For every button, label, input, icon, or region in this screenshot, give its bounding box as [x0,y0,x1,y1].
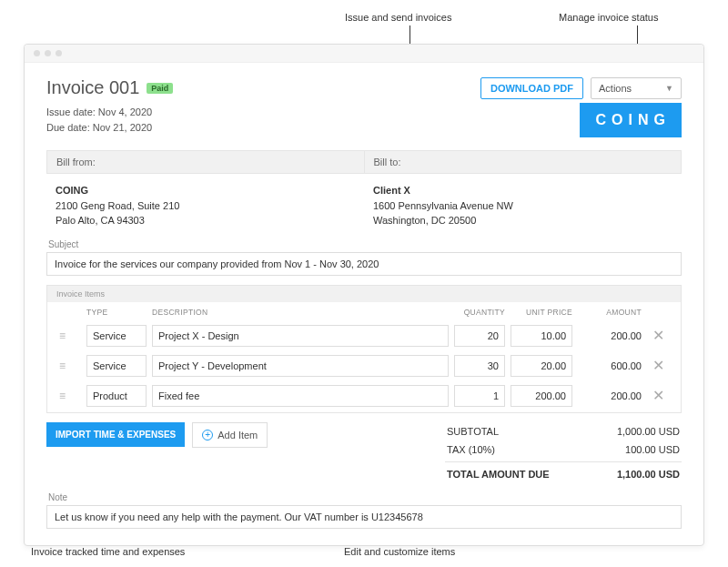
bill-to-address: Client X 1600 Pennsylvania Avenue NW Was… [364,183,682,228]
item-price-input[interactable]: 10.00 [511,325,572,347]
tax-value: 100.00 USD [625,444,680,455]
annotation-manage-status: Manage invoice status [559,12,658,23]
traffic-light [34,50,40,56]
bill-to-header: Bill to: [364,151,682,173]
totals-block: SUBTOTAL 1,000.00 USD TAX (10%) 100.00 U… [445,422,682,483]
item-description-input[interactable]: Fixed fee [152,385,449,407]
subtotal-value: 1,000.00 USD [617,426,680,437]
item-amount: 200.00 [575,330,644,341]
traffic-light [45,50,51,56]
plus-circle-icon: + [202,430,213,440]
item-type-input[interactable]: Service [86,325,147,347]
bill-from-header: Bill from: [47,151,364,173]
items-header: Invoice Items [47,286,681,302]
item-description-input[interactable]: Project Y - Development [152,355,449,377]
delete-item-icon[interactable]: ✕ [652,388,664,403]
bill-from-name: COING [56,185,88,196]
items-column-headers: TYPE DESCRIPTION QUANTITY UNIT PRICE AMO… [47,302,681,322]
total-due-label: TOTAL AMOUNT DUE [447,469,550,480]
issue-date: Issue date: Nov 4, 2020 [46,105,152,120]
actions-dropdown[interactable]: Actions ▼ [591,77,682,99]
drag-handle-icon[interactable]: ≡ [56,329,84,342]
tax-label: TAX (10%) [447,444,495,455]
item-row: ≡ Service Project Y - Development 30 20.… [47,352,681,382]
note-label: Note [46,492,682,502]
item-qty-input[interactable]: 1 [454,385,505,407]
item-row: ≡ Product Fixed fee 1 200.00 200.00 ✕ [47,382,681,412]
subject-label: Subject [46,239,682,249]
add-item-button[interactable]: + Add Item [192,422,268,448]
annotation-issue-send: Issue and send invoices [345,12,451,23]
item-type-input[interactable]: Product [86,385,147,407]
window-titlebar [25,45,703,63]
traffic-light [56,50,62,56]
subject-input[interactable]: Invoice for the services our company pro… [46,252,682,276]
subtotal-label: SUBTOTAL [447,426,499,437]
dates-block: Issue date: Nov 4, 2020 Due date: Nov 21… [46,105,152,135]
item-qty-input[interactable]: 20 [454,325,505,347]
drag-handle-icon[interactable]: ≡ [56,390,84,402]
item-amount: 600.00 [575,360,644,371]
item-price-input[interactable]: 20.00 [511,355,572,377]
annotation-edit-items: Edit and customize items [344,546,455,557]
delete-item-icon[interactable]: ✕ [652,358,664,373]
actions-label: Actions [599,83,632,94]
item-description-input[interactable]: Project X - Design [152,325,449,347]
download-pdf-button[interactable]: DOWNLOAD PDF [480,77,583,99]
total-due-value: 1,100.00 USD [617,469,680,480]
item-type-input[interactable]: Service [86,355,147,377]
item-price-input[interactable]: 200.00 [511,385,572,407]
bill-to-name: Client X [373,185,410,196]
drag-handle-icon[interactable]: ≡ [56,359,84,372]
bill-from-address: COING 2100 Geng Road, Suite 210 Palo Alt… [46,183,364,228]
invoice-items-section: Invoice Items TYPE DESCRIPTION QUANTITY … [46,285,682,413]
due-date: Due date: Nov 21, 2020 [46,120,152,136]
app-window: Invoice 001 Paid DOWNLOAD PDF Actions ▼ … [24,44,704,546]
item-qty-input[interactable]: 30 [454,355,505,377]
item-row: ≡ Service Project X - Design 20 10.00 20… [47,322,681,352]
delete-item-icon[interactable]: ✕ [652,328,664,343]
chevron-down-icon: ▼ [665,84,673,93]
company-logo: COING [580,103,682,137]
item-amount: 200.00 [575,390,644,401]
import-time-expenses-button[interactable]: IMPORT TIME & EXPENSES [46,422,185,447]
invoice-title: Invoice 001 [46,77,139,98]
annotation-tracked-time: Invoice tracked time and expenses [31,546,185,557]
status-badge: Paid [147,83,173,94]
note-input[interactable]: Let us know if you need any help with th… [46,505,682,529]
